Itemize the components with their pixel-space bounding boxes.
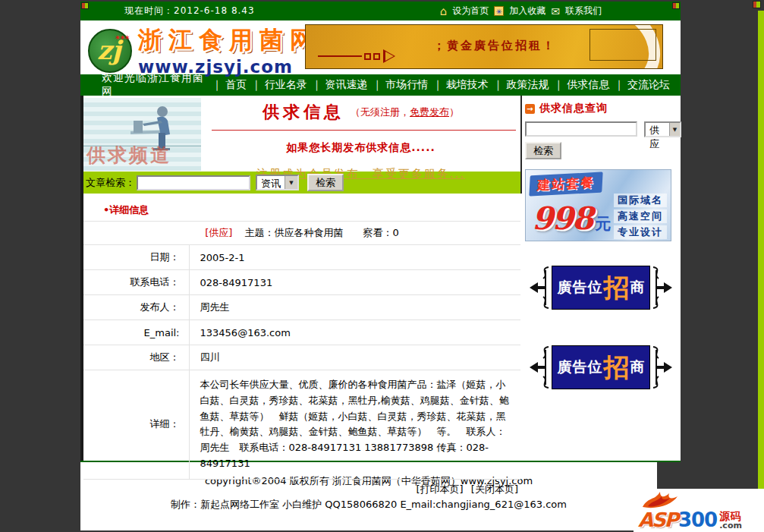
ornament-icon [651,264,674,311]
asp300-watermark: ASP 300 源码 .com [634,489,764,532]
mail-icon: ✉ [551,5,560,17]
red-divider [212,130,516,131]
ad-feature-design: 专业设计 [614,225,667,239]
table-row-date: 日期： 2005-2-1 [83,245,520,270]
article-category-select[interactable]: 资讯 ▼ [256,175,299,190]
ad-invite-text: 廣告位 [558,278,603,297]
query-keyword-input[interactable] [525,121,637,137]
main-column: 供求频道 供求信息（无须注册，免费发布） 如果您长期发布供求信息..... 注册… [83,96,522,499]
top-bar: 现在时间：2012-6-18 8.43 ⌂ 设为首页 ✳ 加入收藏 ✉ 联系我们 [80,2,681,20]
table-row-email: E_mail: 133456@163.com [83,320,520,345]
channel-header: 供求频道 供求信息（无须注册，免费发布） 如果您长期发布供求信息..... 注册… [83,96,522,172]
header-banner-ad[interactable]: ；黄金廣告位招租！ [305,24,663,69]
query-title: 供求信息查询 [539,102,608,115]
close-page-link[interactable]: [关闭本页] [471,483,518,495]
row-label: 发布人： [83,295,189,320]
right-edge-strip [758,11,764,532]
logo-text: 浙江食用菌网 www.zjsyj.com [138,24,320,77]
current-time-label: 现在时间：2012-6-18 8.43 [124,5,255,17]
topic-row: [供应]主题：供应各种食用菌察看：0 [83,222,520,245]
contact-us-link[interactable]: 联系我们 [565,5,602,17]
asp300-logo-text: ASP 300 源码 .com [638,510,742,530]
ad-invite-text: 商 [630,278,645,297]
table-row-publisher: 发布人： 周先生 [83,295,520,320]
ad-invite-text: 廣告位 [558,357,603,377]
nav-item-industry-directory[interactable]: ｜行业名录 [251,78,307,92]
row-value: 周先生 [189,295,520,320]
ad-price: 998元 [532,200,612,237]
row-label: 详细： [83,370,189,480]
row-value: 2005-2-1 [189,245,520,270]
ornament-icon [651,344,674,391]
main-content: 供求频道 供求信息（无须注册，免费发布） 如果您长期发布供求信息..... 注册… [80,96,681,461]
row-value: 四川 [189,345,520,370]
nav-item-supply-demand[interactable]: ｜供求信息 [554,78,610,92]
channel-caption: 供求频道 [86,143,171,168]
chevron-down-icon: ▼ [285,176,297,189]
nav-item-cultivation[interactable]: ｜栽培技术 [432,78,489,92]
asp-number: 300 [678,510,717,530]
free-publish-link[interactable]: 免费发布 [410,106,449,118]
article-search-button[interactable]: 检索 [307,174,344,191]
channel-info: 供求信息（无须注册，免费发布） 如果您长期发布供求信息..... 注册成为会员发… [201,98,520,172]
asp-com-label: .com [719,521,742,530]
promo-text: 如果您长期发布供求信息..... [201,141,520,155]
article-category-value: 资讯 [257,176,285,189]
ad-invite-highlight: 招 [604,275,630,301]
nav-item-market[interactable]: ｜市场行情 [372,78,428,92]
ad-feature-lines: 国际域名 高速空间 专业设计 [614,191,667,241]
favorite-icon: ✳ [494,6,504,16]
sidebar: → 供求信息查询 供应 ▼ 检索 建站套餐 998元 [525,96,681,401]
query-category-value: 供应 [646,123,669,136]
table-row-region: 地区： 四川 [83,345,520,370]
article-search-label: 文章检索： [86,176,135,190]
asp-letters: ASP [638,510,678,530]
add-favorite-link[interactable]: 加入收藏 [509,5,545,17]
detail-table: [供应]主题：供应各种食用菌察看：0 日期： 2005-2-1 联系电话： 02… [83,221,520,480]
ad-slot-invite-banner[interactable]: 廣告位 招 商 [525,334,677,401]
ad-invite-box: 廣告位 招 商 [552,345,650,389]
logo-circle-icon: zj ✶✶✶ [88,29,132,73]
site-logo[interactable]: zj ✶✶✶ 浙江食用菌网 www.zjsyj.com [88,24,320,77]
broken-image-icon [672,2,680,9]
top-links: ⌂ 设为首页 ✳ 加入收藏 ✉ 联系我们 [440,5,602,17]
row-label: 日期： [83,245,189,270]
row-label: 地区： [83,345,189,370]
ad-invite-text: 商 [630,357,645,377]
banner-arrow-icon [318,49,395,63]
main-nav: 欢迎光临浙江食用菌网 ｜首页 ｜行业名录 ｜资讯速递 ｜市场行情 ｜栽培技术 ｜… [80,74,681,96]
query-search-button[interactable]: 检索 [525,142,561,159]
row-value: 133456@163.com [189,320,520,345]
detail-section-title: •详细信息 [83,194,522,221]
set-homepage-link[interactable]: 设为首页 [452,5,489,17]
topic-label: 主题：供应各种食用菌 [244,227,343,238]
page-actions: [打印本页] [关闭本页] [83,480,522,499]
nav-item-policy[interactable]: ｜政策法规 [493,78,549,92]
article-search-input[interactable] [137,175,250,190]
broken-image-icon [753,1,761,8]
row-value: 本公司长年供应大量、优质、廉价的各种食用菌产品：盐泽（姬菇，小白菇、白灵菇，秀珍… [189,370,520,480]
query-row: 供应 ▼ [525,121,681,137]
supply-tag: [供应] [205,227,232,238]
channel-banner-image: 供求频道 [83,98,201,171]
ad-feature-hosting: 高速空间 [614,209,667,223]
banner-ad-text: ；黄金廣告位招租！ [433,39,556,53]
query-header: → 供求信息查询 [525,102,681,115]
ad-price-number: 998 [532,200,593,237]
nav-item-news[interactable]: ｜资讯速递 [312,78,368,92]
page: 现在时间：2012-6-18 8.43 ⌂ 设为首页 ✳ 加入收藏 ✉ 联系我们… [80,2,681,530]
nav-item-forum[interactable]: ｜交流论坛 [614,78,670,92]
arrow-right-icon: → [525,104,535,114]
nav-item-home[interactable]: ｜首页 [212,78,247,92]
print-page-link[interactable]: [打印本页] [417,483,464,495]
query-category-select[interactable]: 供应 ▼ [644,121,681,137]
ornament-icon [528,264,551,311]
ad-slot-invite-banner[interactable]: 廣告位 招 商 [525,254,677,321]
home-icon: ⌂ [440,7,448,16]
row-label: E_mail: [83,320,189,345]
site-header: zj ✶✶✶ 浙江食用菌网 www.zjsyj.com ；黄金廣告位招租！ [80,20,681,74]
browser-viewport: 现在时间：2012-6-18 8.43 ⌂ 设为首页 ✳ 加入收藏 ✉ 联系我们… [0,0,764,532]
table-row-description: 详细： 本公司长年供应大量、优质、廉价的各种食用菌产品：盐泽（姬菇，小白菇、白灵… [83,370,520,480]
table-row-phone: 联系电话： 028-84917131 [83,270,520,295]
hosting-package-ad[interactable]: 建站套餐 998元 国际域名 高速空间 专业设计 [525,169,671,241]
